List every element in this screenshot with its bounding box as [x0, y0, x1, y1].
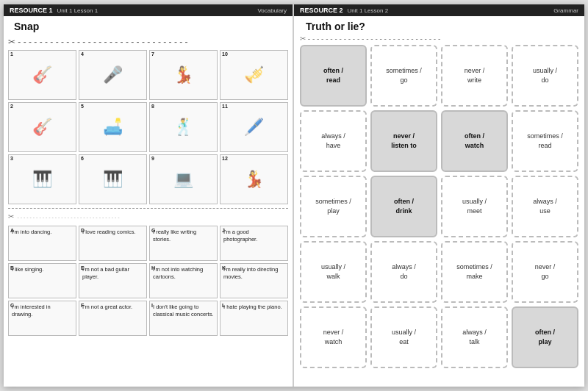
right-unit-lesson: Unit 1 Lesson 2	[348, 7, 389, 14]
left-category: Vocabulary	[257, 7, 287, 14]
card-text: I'm into dancing.	[12, 229, 51, 235]
cell-number: 9	[151, 156, 154, 161]
card-letter: G	[151, 227, 155, 234]
text-card-H: H I'm not into watching cartoons.	[149, 263, 218, 298]
image-cell-6: 5 🛋️	[79, 102, 147, 152]
truth-cell-text: always /do	[392, 262, 416, 281]
text-card-I: I I don't like going to classical music …	[149, 301, 218, 336]
cell-number: 8	[151, 104, 154, 109]
truth-cell-12: always /use	[512, 176, 578, 237]
cell-illustration: 💃	[244, 170, 264, 189]
card-letter: L	[222, 302, 225, 309]
text-card-L: L I hate playing the piano.	[220, 301, 288, 336]
truth-cell-1: often /read	[300, 45, 367, 107]
scissors-icon-right: ✂ - - - - - - - - - - - - - - - - - - - …	[300, 34, 578, 45]
cell-number: 3	[10, 156, 13, 161]
card-letter: J	[222, 227, 225, 234]
cell-illustration: 🎤	[103, 65, 123, 85]
right-category: Grammar	[553, 7, 578, 14]
truth-cell-text: usually /walk	[321, 262, 345, 281]
text-card-A: A I'm into dancing.	[8, 226, 76, 261]
truth-cell-6: never /listen to	[370, 110, 437, 172]
text-card-E: E I'm not a bad guitar player.	[79, 263, 147, 298]
truth-cell-text: sometimes /go	[386, 66, 422, 85]
card-text: I'm interested in drawing.	[12, 304, 51, 318]
right-header: RESOURCE 2 Unit 1 Lesson 2 Grammar	[294, 4, 584, 16]
image-cell-8: 11 🖊️	[220, 102, 288, 152]
image-cell-5: 2 🎸	[8, 102, 76, 152]
image-cell-12: 12 💃	[220, 154, 288, 204]
truth-cell-16: never /go	[512, 241, 578, 303]
scissors-icon: ✂ - - - - - - - - - - - - - - - - - - - …	[8, 35, 288, 49]
image-cell-2: 4 🎤	[79, 50, 147, 100]
card-letter: K	[222, 265, 226, 271]
truth-cell-15: sometimes /make	[441, 241, 508, 303]
truth-cell-text: usually /eat	[392, 328, 416, 346]
truth-cell-13: usually /walk	[300, 241, 367, 303]
text-card-F: F I'm not a great actor.	[79, 301, 147, 336]
cell-illustration: 💃	[173, 65, 193, 85]
truth-cell-20: often /play	[512, 306, 578, 368]
card-text: I love reading comics.	[82, 229, 136, 235]
truth-cell-19: always /talk	[441, 306, 508, 368]
text-cards-grid: A I'm into dancing.D I love reading comi…	[8, 226, 288, 336]
card-text: I really like writing stories.	[153, 229, 196, 243]
cell-illustration: 💻	[173, 170, 193, 189]
text-card-D: D I love reading comics.	[79, 226, 147, 261]
image-cell-3: 7 💃	[149, 50, 218, 100]
card-text: I'm not into watching cartoons.	[153, 266, 203, 280]
truth-cell-9: sometimes /play	[300, 176, 367, 237]
right-page: RESOURCE 2 Unit 1 Lesson 2 Grammar Truth…	[294, 4, 584, 387]
truth-cell-17: never /watch	[300, 306, 367, 368]
cell-number: 6	[81, 156, 84, 161]
card-letter: F	[81, 302, 84, 309]
truth-cell-text: sometimes /read	[527, 132, 563, 150]
card-letter: A	[10, 227, 14, 234]
cell-illustration: 🎺	[244, 65, 264, 85]
truth-cell-14: always /do	[370, 241, 437, 303]
truth-cell-text: sometimes /play	[315, 197, 351, 215]
truth-cell-text: never /write	[465, 66, 485, 85]
truth-cell-text: often /play	[535, 328, 555, 346]
book-spread: RESOURCE 1 Unit 1 Lesson 1 Vocabulary Sn…	[4, 4, 584, 387]
card-text: I hate playing the piano.	[223, 304, 282, 310]
truth-cell-text: always /use	[533, 197, 557, 215]
cell-illustration: 🎸	[32, 118, 52, 137]
card-text: I'm a good photographer.	[223, 229, 257, 243]
left-header: RESOURCE 1 Unit 1 Lesson 1 Vocabulary	[4, 4, 293, 16]
truth-cell-text: often /drink	[394, 197, 414, 215]
left-resource-label: RESOURCE 1	[10, 7, 53, 14]
truth-cell-text: sometimes /make	[456, 262, 492, 281]
image-grid: 1 🎸4 🎤7 💃10 🎺2 🎸5 🛋️8 🕺11 🖊️3 🎹6 🎹9 💻12 …	[8, 50, 288, 204]
card-text: I'm not a bad guitar player.	[82, 266, 129, 280]
image-cell-11: 9 💻	[149, 154, 218, 204]
card-letter: B	[10, 265, 14, 271]
truth-cell-text: never /watch	[323, 328, 344, 346]
truth-cell-text: often /read	[323, 66, 343, 85]
cell-number: 7	[151, 51, 154, 57]
card-letter: H	[151, 265, 155, 271]
card-letter: I	[151, 302, 153, 309]
text-card-J: J I'm a good photographer.	[220, 226, 288, 261]
image-cell-7: 8 🕺	[149, 102, 218, 152]
cell-number: 10	[222, 51, 228, 57]
truth-cell-3: never /write	[441, 45, 508, 107]
text-card-K: K I'm really into directing movies.	[220, 263, 288, 298]
cell-number: 1	[10, 51, 13, 57]
cell-number: 12	[222, 156, 228, 161]
cell-illustration: 🖊️	[244, 118, 264, 137]
image-cell-9: 3 🎹	[8, 154, 76, 204]
left-page: RESOURCE 1 Unit 1 Lesson 1 Vocabulary Sn…	[4, 4, 294, 387]
image-cell-10: 6 🎹	[79, 154, 147, 204]
card-text: I don't like going to classical music co…	[153, 304, 214, 318]
truth-cell-text: always /talk	[462, 328, 487, 346]
truth-cell-text: often /watch	[465, 132, 484, 150]
cell-number: 2	[10, 104, 13, 109]
truth-cell-2: sometimes /go	[370, 45, 437, 107]
card-text: I'm not a great actor.	[82, 304, 132, 310]
left-unit-lesson: Unit 1 Lesson 1	[57, 7, 98, 14]
truth-cell-8: sometimes /read	[512, 110, 578, 172]
snap-title: Snap	[8, 18, 288, 34]
cell-number: 5	[81, 104, 84, 109]
cell-number: 4	[81, 51, 84, 57]
